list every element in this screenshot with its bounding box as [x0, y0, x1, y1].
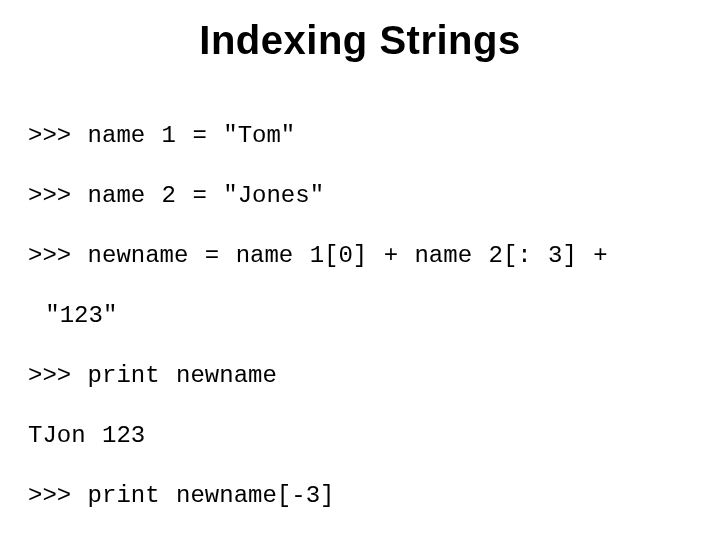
code-line: >>> name 1 = "Tom" [28, 121, 692, 151]
code-line: >>> newname = name 1[0] + name 2[: 3] + [28, 241, 692, 271]
code-block: >>> name 1 = "Tom" >>> name 2 = "Jones" … [28, 91, 692, 540]
code-line: >>> print newname [28, 361, 692, 391]
code-output: TJon 123 [28, 421, 692, 451]
code-line: >>> name 2 = "Jones" [28, 181, 692, 211]
code-line-continuation: "123" [28, 301, 692, 331]
slide-title: Indexing Strings [28, 18, 692, 63]
code-line: >>> print newname[-3] [28, 481, 692, 511]
